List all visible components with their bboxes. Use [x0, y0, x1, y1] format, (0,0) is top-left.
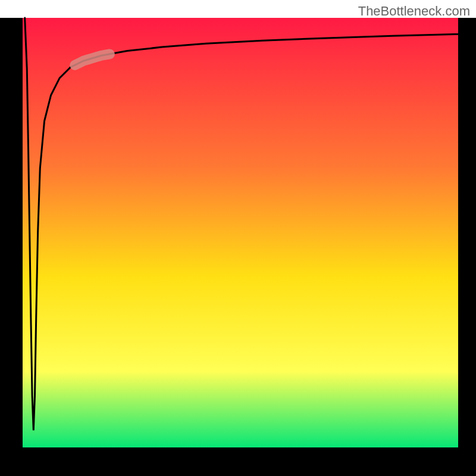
axis-right: [458, 18, 476, 458]
axis-bottom: [0, 447, 476, 476]
axis-left: [0, 18, 23, 458]
chart-background: [20, 18, 458, 449]
chart-svg: [0, 0, 476, 476]
chart-container: [0, 0, 476, 476]
watermark-text: TheBottleneck.com: [358, 4, 470, 19]
